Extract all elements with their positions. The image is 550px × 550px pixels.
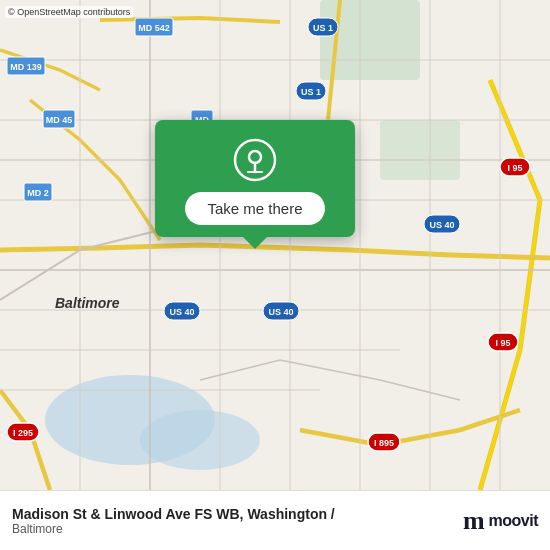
map-container: MD 542 US 1 MD 139 US 1 MD 45 MD I 95 MD… [0,0,550,490]
svg-rect-3 [380,120,460,180]
svg-text:US 1: US 1 [313,23,333,33]
bottom-bar: Madison St & Linwood Ave FS WB, Washingt… [0,490,550,550]
moovit-m-icon: m [463,506,485,536]
location-name: Madison St & Linwood Ave FS WB, Washingt… [12,506,463,522]
svg-text:US 40: US 40 [169,307,194,317]
svg-text:MD 2: MD 2 [27,188,49,198]
svg-text:MD 139: MD 139 [10,62,42,72]
popup-card: Take me there [155,120,355,237]
location-sub: Baltimore [12,522,463,536]
svg-text:US 1: US 1 [301,87,321,97]
svg-point-1 [140,410,260,470]
svg-point-34 [249,151,261,163]
svg-text:I 895: I 895 [374,438,394,448]
moovit-brand-text: moovit [489,512,538,530]
svg-text:MD 542: MD 542 [138,23,170,33]
take-me-there-button[interactable]: Take me there [185,192,324,225]
location-info: Madison St & Linwood Ave FS WB, Washingt… [12,506,463,536]
osm-copyright: © OpenStreetMap contributors [5,6,133,18]
svg-text:US 40: US 40 [429,220,454,230]
moovit-logo: m moovit [463,506,538,536]
svg-text:I 95: I 95 [495,338,510,348]
svg-text:I 295: I 295 [13,428,33,438]
svg-text:MD 45: MD 45 [46,115,73,125]
location-pin-icon [233,138,277,182]
svg-text:US 40: US 40 [268,307,293,317]
svg-point-33 [235,140,275,180]
svg-text:I 95: I 95 [507,163,522,173]
svg-text:Baltimore: Baltimore [55,295,120,311]
